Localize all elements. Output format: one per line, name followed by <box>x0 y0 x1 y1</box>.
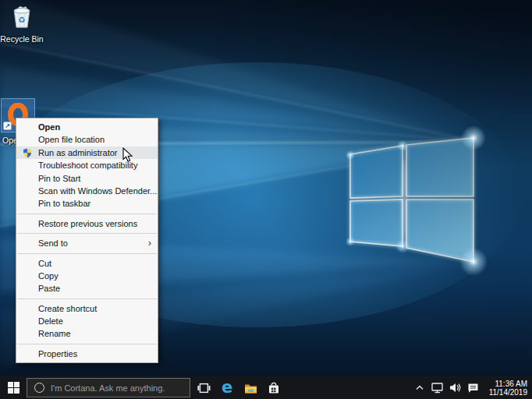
context-menu-separator <box>17 298 157 299</box>
context-menu-item-delete[interactable]: Delete <box>16 315 158 327</box>
context-menu-separator <box>17 233 157 234</box>
shortcut-arrow-icon: ↗ <box>3 122 12 130</box>
task-view-button[interactable] <box>192 376 215 399</box>
desktop-icon-recycle-bin[interactable]: ♻ Recycle Bin <box>0 5 44 44</box>
context-menu-item-pin-to-taskbar[interactable]: Pin to taskbar <box>16 197 158 210</box>
clock-date: 11/14/2019 <box>482 388 527 397</box>
svg-text:♻: ♻ <box>18 15 25 24</box>
hidden-icons-chevron-icon <box>416 385 424 390</box>
context-menu-item-properties[interactable]: Properties <box>16 348 158 360</box>
context-menu-item-label: Restore previous versions <box>38 219 137 228</box>
context-menu-item-troubleshoot-compatibility[interactable]: Troubleshoot compatibility <box>16 159 158 171</box>
context-menu: OpenOpen file locationRun as administrat… <box>16 118 158 363</box>
context-menu-item-label: Open file location <box>38 135 105 144</box>
context-menu-item-copy[interactable]: Copy <box>16 270 158 282</box>
network-icon <box>431 383 444 394</box>
volume-icon <box>449 383 461 393</box>
edge-button[interactable]: e <box>215 376 239 399</box>
hidden-icons-button[interactable] <box>410 376 428 399</box>
mouse-cursor <box>122 147 133 163</box>
file-explorer-icon <box>244 383 257 394</box>
context-menu-item-rename[interactable]: Rename <box>16 327 158 340</box>
context-menu-item-scan-with-windows-defender[interactable]: Scan with Windows Defender... <box>16 185 158 197</box>
start-button[interactable] <box>0 376 27 399</box>
context-menu-item-open[interactable]: Open <box>16 121 158 133</box>
context-menu-item-label: Properties <box>38 349 77 358</box>
context-menu-separator <box>17 253 157 254</box>
context-menu-item-cut[interactable]: Cut <box>16 257 158 270</box>
recycle-bin-label: Recycle Bin <box>0 34 44 44</box>
context-menu-item-create-shortcut[interactable]: Create shortcut <box>16 302 158 315</box>
volume-button[interactable] <box>446 376 464 399</box>
context-menu-item-label: Copy <box>38 271 59 281</box>
store-icon <box>268 382 280 394</box>
submenu-arrow-icon: › <box>148 237 151 249</box>
context-menu-item-open-file-location[interactable]: Open file location <box>16 133 158 146</box>
context-menu-item-send-to[interactable]: Send to› <box>16 237 158 249</box>
context-menu-item-label: Paste <box>38 284 60 293</box>
taskbar: I'm Cortana. Ask me anything. e <box>0 376 532 399</box>
taskbar-clock[interactable]: 11:36 AM 11/14/2019 <box>482 380 532 397</box>
context-menu-list: OpenOpen file locationRun as administrat… <box>16 118 158 362</box>
store-button[interactable] <box>262 376 286 399</box>
context-menu-item-run-as-administrator[interactable]: Run as administrator <box>16 147 158 159</box>
recycle-bin-icon: ♻ <box>9 5 34 30</box>
context-menu-item-paste[interactable]: Paste <box>16 282 158 295</box>
file-explorer-button[interactable] <box>239 376 262 399</box>
context-menu-item-label: Cut <box>38 259 51 268</box>
desktop-screen: ♻ Recycle Bin ↗ Opera OpenOpen file loca… <box>0 0 532 399</box>
task-view-icon <box>197 383 211 394</box>
context-menu-separator <box>17 344 157 344</box>
context-menu-item-label: Rename <box>38 329 71 338</box>
context-menu-item-label: Pin to Start <box>38 174 80 183</box>
cortana-search-box[interactable]: I'm Cortana. Ask me anything. <box>27 378 190 397</box>
context-menu-item-label: Send to <box>38 238 68 248</box>
context-menu-item-pin-to-start[interactable]: Pin to Start <box>16 172 158 185</box>
context-menu-item-label: Run as administrator <box>38 148 118 157</box>
action-center-button[interactable] <box>464 376 482 399</box>
context-menu-item-label: Delete <box>38 316 63 326</box>
cortana-circle-icon <box>34 383 44 393</box>
network-button[interactable] <box>428 376 446 399</box>
cortana-placeholder: I'm Cortana. Ask me anything. <box>51 383 165 393</box>
context-menu-item-label: Create shortcut <box>38 304 97 313</box>
context-menu-item-label: Pin to taskbar <box>38 199 90 208</box>
context-menu-item-label: Scan with Windows Defender... <box>38 186 157 196</box>
clock-time: 11:36 AM <box>482 380 527 388</box>
edge-icon: e <box>222 380 232 396</box>
context-menu-item-label: Open <box>38 122 60 132</box>
context-menu-separator <box>17 214 157 214</box>
action-center-icon <box>467 383 479 394</box>
windows-logo-icon <box>8 382 20 394</box>
context-menu-item-restore-previous-versions[interactable]: Restore previous versions <box>16 217 158 230</box>
